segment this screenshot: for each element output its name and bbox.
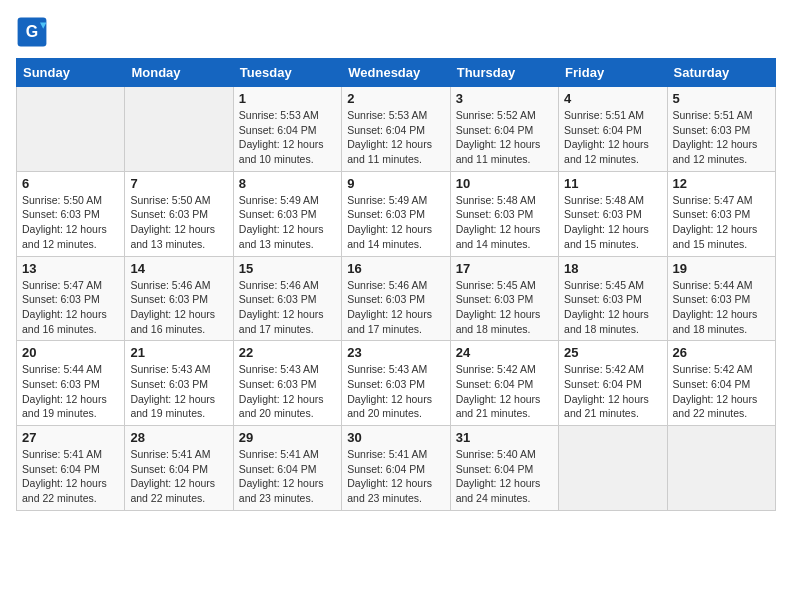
calendar-cell bbox=[667, 426, 775, 511]
day-number: 12 bbox=[673, 176, 770, 191]
calendar-cell: 11Sunrise: 5:48 AM Sunset: 6:03 PM Dayli… bbox=[559, 171, 667, 256]
calendar-cell: 15Sunrise: 5:46 AM Sunset: 6:03 PM Dayli… bbox=[233, 256, 341, 341]
calendar-cell bbox=[559, 426, 667, 511]
day-number: 18 bbox=[564, 261, 661, 276]
day-number: 5 bbox=[673, 91, 770, 106]
calendar-cell: 1Sunrise: 5:53 AM Sunset: 6:04 PM Daylig… bbox=[233, 87, 341, 172]
logo-icon: G bbox=[16, 16, 48, 48]
day-info: Sunrise: 5:40 AM Sunset: 6:04 PM Dayligh… bbox=[456, 447, 553, 506]
calendar-table: SundayMondayTuesdayWednesdayThursdayFrid… bbox=[16, 58, 776, 511]
day-info: Sunrise: 5:46 AM Sunset: 6:03 PM Dayligh… bbox=[130, 278, 227, 337]
day-number: 9 bbox=[347, 176, 444, 191]
day-number: 26 bbox=[673, 345, 770, 360]
day-number: 19 bbox=[673, 261, 770, 276]
day-info: Sunrise: 5:41 AM Sunset: 6:04 PM Dayligh… bbox=[239, 447, 336, 506]
day-number: 28 bbox=[130, 430, 227, 445]
day-number: 17 bbox=[456, 261, 553, 276]
day-info: Sunrise: 5:43 AM Sunset: 6:03 PM Dayligh… bbox=[239, 362, 336, 421]
calendar-cell: 2Sunrise: 5:53 AM Sunset: 6:04 PM Daylig… bbox=[342, 87, 450, 172]
day-info: Sunrise: 5:44 AM Sunset: 6:03 PM Dayligh… bbox=[673, 278, 770, 337]
calendar-cell: 25Sunrise: 5:42 AM Sunset: 6:04 PM Dayli… bbox=[559, 341, 667, 426]
day-info: Sunrise: 5:41 AM Sunset: 6:04 PM Dayligh… bbox=[347, 447, 444, 506]
day-number: 21 bbox=[130, 345, 227, 360]
day-info: Sunrise: 5:43 AM Sunset: 6:03 PM Dayligh… bbox=[130, 362, 227, 421]
weekday-header: Thursday bbox=[450, 59, 558, 87]
calendar-cell: 14Sunrise: 5:46 AM Sunset: 6:03 PM Dayli… bbox=[125, 256, 233, 341]
day-number: 14 bbox=[130, 261, 227, 276]
calendar-week-row: 1Sunrise: 5:53 AM Sunset: 6:04 PM Daylig… bbox=[17, 87, 776, 172]
logo: G bbox=[16, 16, 50, 48]
calendar-cell: 16Sunrise: 5:46 AM Sunset: 6:03 PM Dayli… bbox=[342, 256, 450, 341]
calendar-cell: 7Sunrise: 5:50 AM Sunset: 6:03 PM Daylig… bbox=[125, 171, 233, 256]
day-info: Sunrise: 5:44 AM Sunset: 6:03 PM Dayligh… bbox=[22, 362, 119, 421]
day-number: 1 bbox=[239, 91, 336, 106]
calendar-header: SundayMondayTuesdayWednesdayThursdayFrid… bbox=[17, 59, 776, 87]
calendar-week-row: 20Sunrise: 5:44 AM Sunset: 6:03 PM Dayli… bbox=[17, 341, 776, 426]
day-number: 16 bbox=[347, 261, 444, 276]
day-number: 25 bbox=[564, 345, 661, 360]
calendar-cell: 21Sunrise: 5:43 AM Sunset: 6:03 PM Dayli… bbox=[125, 341, 233, 426]
calendar-cell: 3Sunrise: 5:52 AM Sunset: 6:04 PM Daylig… bbox=[450, 87, 558, 172]
calendar-cell: 29Sunrise: 5:41 AM Sunset: 6:04 PM Dayli… bbox=[233, 426, 341, 511]
day-info: Sunrise: 5:51 AM Sunset: 6:03 PM Dayligh… bbox=[673, 108, 770, 167]
day-info: Sunrise: 5:46 AM Sunset: 6:03 PM Dayligh… bbox=[347, 278, 444, 337]
day-info: Sunrise: 5:41 AM Sunset: 6:04 PM Dayligh… bbox=[22, 447, 119, 506]
day-number: 31 bbox=[456, 430, 553, 445]
weekday-header: Wednesday bbox=[342, 59, 450, 87]
calendar-cell: 8Sunrise: 5:49 AM Sunset: 6:03 PM Daylig… bbox=[233, 171, 341, 256]
header: G bbox=[16, 16, 776, 48]
calendar-cell: 23Sunrise: 5:43 AM Sunset: 6:03 PM Dayli… bbox=[342, 341, 450, 426]
calendar-cell: 20Sunrise: 5:44 AM Sunset: 6:03 PM Dayli… bbox=[17, 341, 125, 426]
day-info: Sunrise: 5:42 AM Sunset: 6:04 PM Dayligh… bbox=[564, 362, 661, 421]
calendar-cell: 5Sunrise: 5:51 AM Sunset: 6:03 PM Daylig… bbox=[667, 87, 775, 172]
day-number: 11 bbox=[564, 176, 661, 191]
weekday-header: Friday bbox=[559, 59, 667, 87]
day-info: Sunrise: 5:50 AM Sunset: 6:03 PM Dayligh… bbox=[130, 193, 227, 252]
day-number: 22 bbox=[239, 345, 336, 360]
calendar-cell bbox=[17, 87, 125, 172]
calendar-cell: 22Sunrise: 5:43 AM Sunset: 6:03 PM Dayli… bbox=[233, 341, 341, 426]
day-info: Sunrise: 5:48 AM Sunset: 6:03 PM Dayligh… bbox=[456, 193, 553, 252]
weekday-header: Sunday bbox=[17, 59, 125, 87]
calendar-cell: 4Sunrise: 5:51 AM Sunset: 6:04 PM Daylig… bbox=[559, 87, 667, 172]
day-number: 23 bbox=[347, 345, 444, 360]
day-info: Sunrise: 5:41 AM Sunset: 6:04 PM Dayligh… bbox=[130, 447, 227, 506]
weekday-header: Monday bbox=[125, 59, 233, 87]
day-info: Sunrise: 5:52 AM Sunset: 6:04 PM Dayligh… bbox=[456, 108, 553, 167]
day-info: Sunrise: 5:53 AM Sunset: 6:04 PM Dayligh… bbox=[239, 108, 336, 167]
calendar-body: 1Sunrise: 5:53 AM Sunset: 6:04 PM Daylig… bbox=[17, 87, 776, 511]
calendar-cell: 30Sunrise: 5:41 AM Sunset: 6:04 PM Dayli… bbox=[342, 426, 450, 511]
calendar-cell: 18Sunrise: 5:45 AM Sunset: 6:03 PM Dayli… bbox=[559, 256, 667, 341]
calendar-cell: 19Sunrise: 5:44 AM Sunset: 6:03 PM Dayli… bbox=[667, 256, 775, 341]
calendar-cell: 28Sunrise: 5:41 AM Sunset: 6:04 PM Dayli… bbox=[125, 426, 233, 511]
day-number: 2 bbox=[347, 91, 444, 106]
day-number: 24 bbox=[456, 345, 553, 360]
day-info: Sunrise: 5:49 AM Sunset: 6:03 PM Dayligh… bbox=[239, 193, 336, 252]
day-info: Sunrise: 5:42 AM Sunset: 6:04 PM Dayligh… bbox=[673, 362, 770, 421]
day-number: 27 bbox=[22, 430, 119, 445]
day-number: 29 bbox=[239, 430, 336, 445]
calendar-cell: 27Sunrise: 5:41 AM Sunset: 6:04 PM Dayli… bbox=[17, 426, 125, 511]
calendar-cell: 10Sunrise: 5:48 AM Sunset: 6:03 PM Dayli… bbox=[450, 171, 558, 256]
day-info: Sunrise: 5:46 AM Sunset: 6:03 PM Dayligh… bbox=[239, 278, 336, 337]
day-info: Sunrise: 5:47 AM Sunset: 6:03 PM Dayligh… bbox=[673, 193, 770, 252]
day-number: 8 bbox=[239, 176, 336, 191]
day-info: Sunrise: 5:43 AM Sunset: 6:03 PM Dayligh… bbox=[347, 362, 444, 421]
day-info: Sunrise: 5:53 AM Sunset: 6:04 PM Dayligh… bbox=[347, 108, 444, 167]
calendar-cell bbox=[125, 87, 233, 172]
day-info: Sunrise: 5:45 AM Sunset: 6:03 PM Dayligh… bbox=[456, 278, 553, 337]
calendar-cell: 24Sunrise: 5:42 AM Sunset: 6:04 PM Dayli… bbox=[450, 341, 558, 426]
day-number: 20 bbox=[22, 345, 119, 360]
day-info: Sunrise: 5:47 AM Sunset: 6:03 PM Dayligh… bbox=[22, 278, 119, 337]
calendar-week-row: 6Sunrise: 5:50 AM Sunset: 6:03 PM Daylig… bbox=[17, 171, 776, 256]
calendar-week-row: 27Sunrise: 5:41 AM Sunset: 6:04 PM Dayli… bbox=[17, 426, 776, 511]
calendar-cell: 12Sunrise: 5:47 AM Sunset: 6:03 PM Dayli… bbox=[667, 171, 775, 256]
calendar-cell: 9Sunrise: 5:49 AM Sunset: 6:03 PM Daylig… bbox=[342, 171, 450, 256]
day-number: 30 bbox=[347, 430, 444, 445]
calendar-week-row: 13Sunrise: 5:47 AM Sunset: 6:03 PM Dayli… bbox=[17, 256, 776, 341]
day-number: 3 bbox=[456, 91, 553, 106]
day-info: Sunrise: 5:48 AM Sunset: 6:03 PM Dayligh… bbox=[564, 193, 661, 252]
day-info: Sunrise: 5:49 AM Sunset: 6:03 PM Dayligh… bbox=[347, 193, 444, 252]
calendar-cell: 13Sunrise: 5:47 AM Sunset: 6:03 PM Dayli… bbox=[17, 256, 125, 341]
day-info: Sunrise: 5:42 AM Sunset: 6:04 PM Dayligh… bbox=[456, 362, 553, 421]
